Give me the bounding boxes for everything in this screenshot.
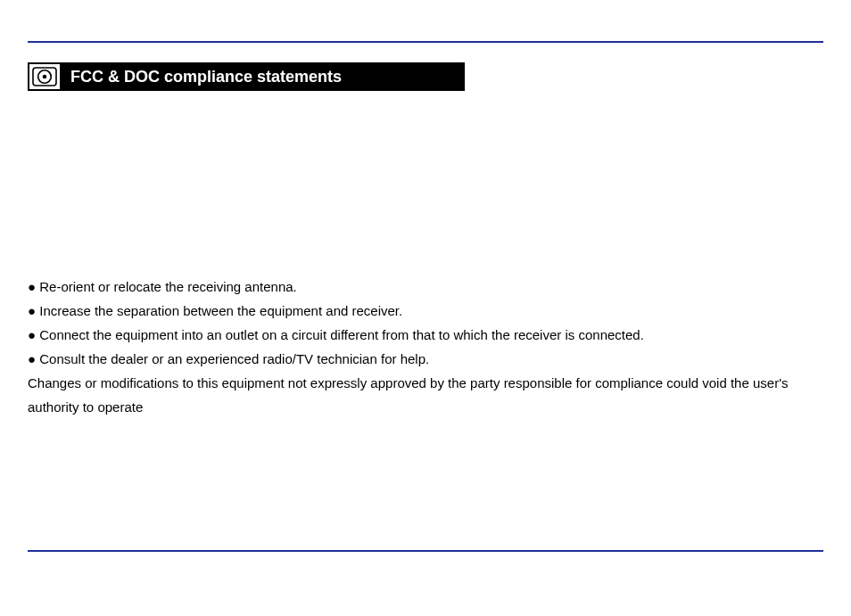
- body-text: ● Re-orient or relocate the receiving an…: [28, 275, 823, 419]
- bullet-item: ● Consult the dealer or an experienced r…: [28, 347, 823, 371]
- bullet-item: ● Increase the separation between the eq…: [28, 299, 823, 323]
- section-heading-text: FCC & DOC compliance statements: [70, 68, 342, 86]
- page: FCC & DOC compliance statements This dev…: [0, 0, 851, 616]
- bullet-item: ● Re-orient or relocate the receiving an…: [28, 275, 823, 299]
- section-heading-bar: FCC & DOC compliance statements: [28, 62, 465, 91]
- svg-point-2: [43, 75, 47, 79]
- closing-tail-hidden: the equipment.: [146, 399, 235, 415]
- bottom-divider: [28, 550, 823, 552]
- top-divider: [28, 41, 823, 43]
- intro-paragraph-1: This device complies with Part 15 of the…: [28, 120, 823, 193]
- disc-icon: [28, 62, 62, 91]
- bullet-item: ● Connect the equipment into an outlet o…: [28, 323, 823, 347]
- closing-paragraph: Changes or modifications to this equipme…: [28, 371, 823, 419]
